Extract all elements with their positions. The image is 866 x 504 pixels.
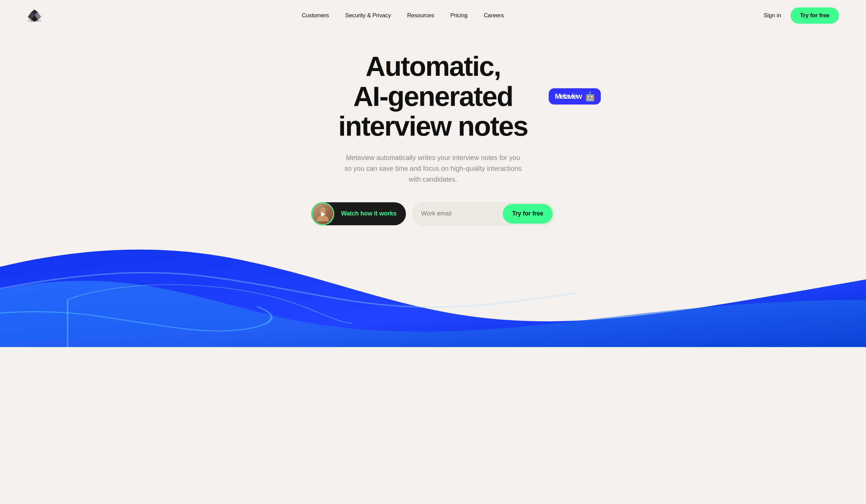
metaview-badge: Metaview 🤖 <box>549 88 601 104</box>
nav-pricing[interactable]: Pricing <box>450 12 467 19</box>
email-cta-container: Try for free <box>413 202 555 225</box>
hero-subtitle: Metaview automatically writes your inter… <box>343 152 523 185</box>
nav-security-privacy[interactable]: Security & Privacy <box>345 12 391 19</box>
logo-icon <box>27 10 42 22</box>
nav-right: Sign in Try for free <box>764 8 839 24</box>
wave-svg <box>0 219 866 347</box>
nav-customers[interactable]: Customers <box>302 12 329 19</box>
nav-resources[interactable]: Resources <box>407 12 434 19</box>
robot-icon: 🤖 <box>585 92 595 101</box>
hero-title: Automatic, AI-generated Metaview 🤖 inter… <box>338 52 528 142</box>
badge-label: Metaview <box>555 92 581 100</box>
watch-text: Watch how it works <box>334 210 406 217</box>
navbar: Customers Security & Privacy Resources P… <box>0 0 866 31</box>
watch-button[interactable]: ▶ Watch how it works <box>311 202 406 225</box>
logo[interactable] <box>27 10 42 22</box>
email-input[interactable] <box>413 210 501 217</box>
try-free-nav-button[interactable]: Try for free <box>790 8 839 24</box>
watch-thumbnail: ▶ <box>311 202 334 225</box>
try-free-hero-button[interactable]: Try for free <box>503 204 553 224</box>
cta-row: ▶ Watch how it works Try for free <box>311 202 555 225</box>
wave-section <box>0 219 866 347</box>
hero-section: Automatic, AI-generated Metaview 🤖 inter… <box>0 31 866 225</box>
nav-careers[interactable]: Careers <box>484 12 504 19</box>
sign-in-button[interactable]: Sign in <box>764 12 781 19</box>
nav-links: Customers Security & Privacy Resources P… <box>302 12 504 19</box>
